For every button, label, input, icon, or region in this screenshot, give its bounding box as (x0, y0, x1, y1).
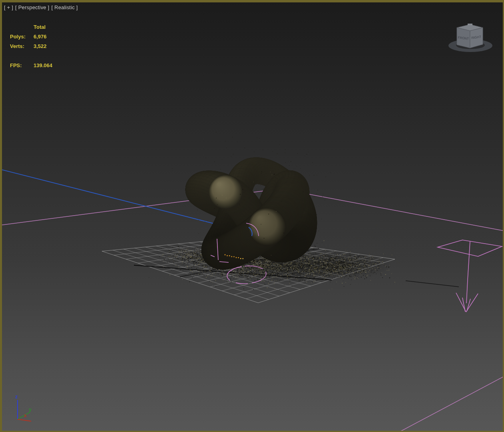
blue-spline-arc (249, 227, 252, 236)
x-axis-line (18, 419, 31, 421)
y-axis-label: y (29, 407, 32, 412)
particle-dot (238, 257, 239, 258)
verts-label: Verts: (10, 42, 34, 51)
gravity-space-warp-gizmo[interactable] (438, 240, 502, 312)
polys-value: 6,976 (34, 32, 47, 42)
verts-value: 3,522 (34, 42, 47, 51)
viewcube[interactable]: FRONT RIGHT (448, 24, 492, 52)
particle-dot (240, 258, 241, 259)
viewport-pov-menu[interactable]: [ Perspective ] (15, 4, 49, 10)
polys-label: Polys: (10, 32, 34, 42)
particle-dot (236, 257, 237, 258)
particle-dot (242, 258, 243, 259)
viewport-general-menu[interactable]: [ + ] (4, 4, 13, 10)
stats-header-row: Total (10, 22, 52, 32)
particle-stream-dots (225, 254, 244, 259)
particle-dot (229, 255, 230, 256)
statistics-overlay: Total Polys: 6,976 Verts: 3,522 FPS: 139… (10, 22, 52, 70)
emitter-icon[interactable] (211, 223, 259, 262)
viewport-label: [ + ][ Perspective ][ Realistic ] (4, 4, 80, 10)
z-axis-label: z (15, 394, 18, 400)
particle-dot (227, 255, 228, 256)
fps-label: FPS: (10, 61, 34, 70)
world-axis-tripod: z y x (15, 394, 32, 421)
particle-dot (231, 256, 232, 257)
viewport-shading-menu[interactable]: [ Realistic ] (51, 4, 78, 10)
particle-dot (233, 256, 235, 257)
viewcube-top-tab (468, 24, 472, 25)
perspective-viewport[interactable]: FRONT RIGHT z y x [ + ][ Perspective ][ … (0, 0, 504, 432)
stats-polys-row: Polys: 6,976 (10, 32, 52, 42)
stats-fps-row: FPS: 139.064 (10, 61, 52, 70)
particle-emitter-gizmo[interactable] (227, 265, 267, 285)
fps-value: 139.064 (34, 61, 52, 70)
particle-dot (225, 254, 226, 256)
stats-verts-row: Verts: 3,522 (10, 42, 52, 51)
y-axis-line (18, 412, 30, 419)
stats-header: Total (34, 22, 46, 32)
x-axis-label: x (24, 413, 27, 418)
gizmo-layer: FRONT RIGHT z y x (0, 0, 504, 432)
